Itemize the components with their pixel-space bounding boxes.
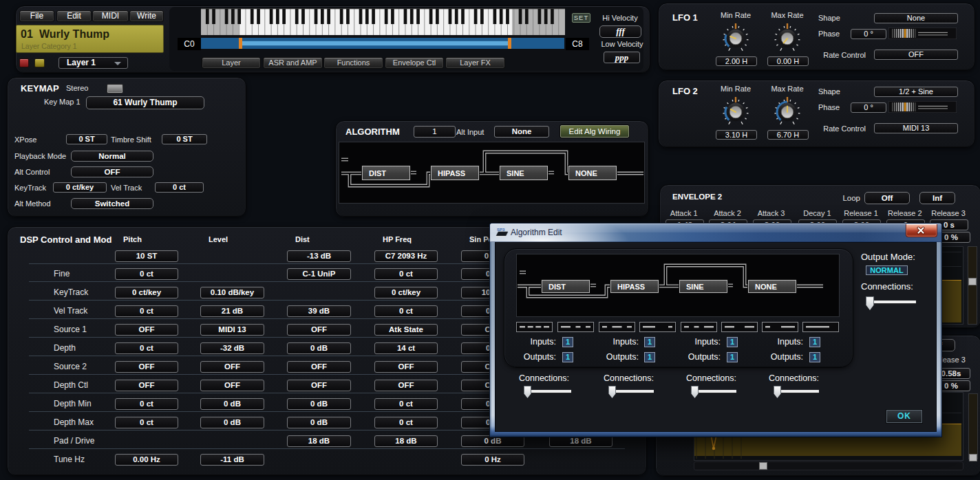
svg-text:SP3: SP3 [497, 228, 505, 232]
